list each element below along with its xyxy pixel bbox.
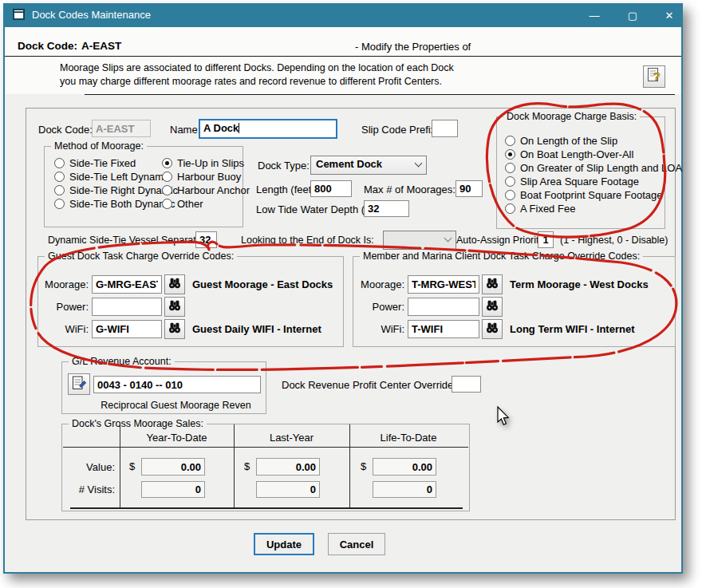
guest-overrides-title: Guest Dock Task Charge Override Codes: [45,251,237,262]
radio-slip-area-sqft[interactable]: Slip Area Square Footage [505,176,639,187]
value-row-label: Value: [69,461,115,473]
radio-boat-footprint-sqft[interactable]: Boat Footprint Square Footage [505,189,663,201]
table-bottom-line [70,507,463,509]
visits-lifetime-input[interactable] [373,481,436,498]
radio-side-tie-left-dynamic[interactable]: Side-Tie Left Dynamic [54,171,171,183]
value-lastyear-input[interactable] [256,458,320,476]
guest-moorage-input[interactable] [92,275,162,294]
radio-fixed-fee[interactable]: A Fixed Fee [505,203,575,215]
profit-override-label: Dock Revenue Profit Center Override: [282,379,456,391]
priority-input[interactable] [538,231,554,248]
looking-end-label: Looking to the End of Dock Is: [241,235,374,246]
dock-code-label: Dock Code: [38,124,93,136]
header-dock-code-label: Dock Code: [18,40,77,52]
member-power-input[interactable] [408,298,479,316]
radio-side-tie-both-dynamic[interactable]: Side-Tie Both Dynamic [54,198,175,210]
length-label: Length (feet): [256,184,317,195]
minimize-button[interactable]: — [581,3,608,27]
title-bar[interactable]: Dock Codes Maintenance — ▢ ✕ [5,3,681,27]
gl-account-picker-button[interactable] [68,373,90,395]
help-button[interactable]: ? [643,65,665,88]
intro-line-1: Moorage Slips are associated to differen… [60,62,454,73]
radio-greater-slip-loa[interactable]: On Greater of Slip Length and LOA [505,162,682,174]
binoculars-icon [168,300,181,314]
length-input[interactable] [310,180,352,197]
radio-side-tie-right-dynamic[interactable]: Side-Tie Right Dynamic [54,184,178,196]
member-overrides-group: Member and Marina Client Dock Task Charg… [353,256,676,347]
close-button[interactable]: ✕ [656,3,683,27]
binoculars-icon [486,300,499,314]
member-moorage-lookup-button[interactable] [482,274,503,294]
radio-tie-up-in-slips[interactable]: Tie-Up in Slips [162,157,244,169]
member-overrides-title: Member and Marina Client Dock Task Charg… [360,251,643,262]
dock-type-dropdown[interactable]: Cement Dock [310,156,427,175]
radio-on-length-of-slip[interactable]: On Length of the Slip [505,135,617,147]
guest-power-lookup-button[interactable] [164,297,185,317]
separation-input[interactable] [195,231,217,248]
separation-label: Dynamic Side-Tie Vessel Separation: [48,235,212,246]
visits-row-label: # Visits: [69,483,115,495]
gl-account-group: G/L Revenue Account: Reciprocal Guest Mo… [61,361,266,414]
svg-text:?: ? [653,70,661,83]
slip-code-prefix-input[interactable] [432,120,458,137]
dock-type-label: Dock Type: [258,160,310,172]
notepad-pen-icon [71,375,87,394]
guest-moorage-lookup-button[interactable] [164,274,185,294]
col-life-to-date: Life-To-Date [349,432,467,444]
text-caret [239,123,239,133]
app-window-icon [13,9,26,24]
gross-sales-group: Dock's Gross Moorage Sales: Year-To-Date… [61,424,470,511]
radio-harbour-anchor[interactable]: Harbour Anchor [162,184,250,196]
member-wifi-input[interactable] [408,320,479,338]
guest-wifi-label: WiFi: [42,323,89,335]
charge-basis-title: Dock Moorage Charge Basis: [503,111,640,122]
member-power-lookup-button[interactable] [482,297,503,317]
member-wifi-lookup-button[interactable] [482,319,503,339]
guest-power-label: Power: [42,301,89,313]
currency-symbol: $ [361,460,366,472]
radio-icon [54,172,65,182]
header-modify-text: - Modify the Properties of [355,41,471,53]
visits-lastyear-input[interactable] [256,481,320,498]
profit-override-input[interactable] [452,376,481,393]
table-header-divider [63,447,468,448]
member-moorage-label: Moorage: [358,278,404,290]
chevron-down-icon [415,160,423,168]
looking-end-dropdown[interactable] [383,231,456,250]
radio-other[interactable]: Other [162,198,203,210]
header-dock-code-value: A-EAST [81,40,121,52]
maximize-button[interactable]: ▢ [619,3,646,27]
chevron-down-icon [444,235,452,243]
member-moorage-input[interactable] [408,275,479,294]
guest-moorage-label: Moorage: [42,278,89,290]
radio-selected-icon [505,149,515,160]
radio-on-boat-loa[interactable]: On Boat Length-Over-All [505,148,633,160]
radio-harbour-buoy[interactable]: Harbour Buoy [162,171,241,183]
dock-code-field[interactable] [92,120,151,137]
member-power-label: Power: [358,301,404,313]
priority-hint: (1 - Highest, 0 - Disable) [560,235,668,246]
guest-overrides-group: Guest Dock Task Charge Override Codes: M… [37,256,344,347]
max-moorages-label: Max # of Moorages: [364,184,456,195]
gl-account-input[interactable] [93,376,261,393]
radio-icon [54,158,65,168]
visits-ytd-input[interactable] [141,481,205,498]
binoculars-icon [486,278,499,292]
radio-icon [162,185,172,195]
guest-wifi-lookup-button[interactable] [164,319,185,339]
max-moorages-input[interactable] [456,180,483,197]
update-button[interactable]: Update [254,533,314,555]
guest-wifi-input[interactable] [92,320,162,338]
dock-codes-maintenance-dialog: Dock Codes Maintenance — ▢ ✕ Dock Code: … [0,0,702,588]
cancel-button[interactable]: Cancel [328,533,385,555]
gl-account-title: G/L Revenue Account: [69,356,175,367]
guest-power-input[interactable] [92,298,162,316]
gl-account-caption: Reciprocal Guest Moorage Reven [98,400,254,411]
name-input[interactable]: A Dock [199,119,337,139]
col-last-year: Last-Year [234,432,349,444]
low-tide-input[interactable] [364,200,409,217]
value-ytd-input[interactable] [141,458,205,476]
radio-side-tie-fixed[interactable]: Side-Tie Fixed [54,157,136,169]
dialog-window: Dock Codes Maintenance — ▢ ✕ Dock Code: … [3,3,683,574]
value-lifetime-input[interactable] [373,458,436,476]
